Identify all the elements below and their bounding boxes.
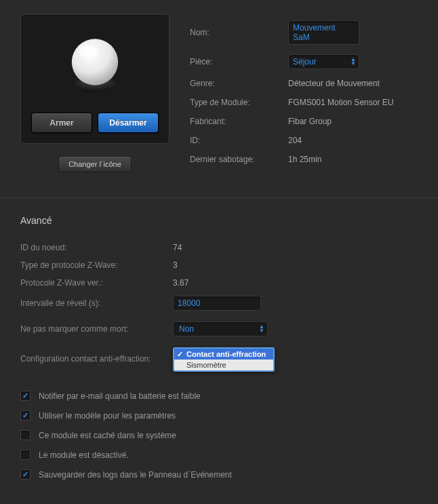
node-id-label: ID du noeud: — [20, 243, 173, 252]
checkbox-logs-label: Sauvegarder des logs dans le Panneau d´E… — [39, 470, 232, 480]
tamper-label: Dernier sabotage: — [190, 155, 288, 164]
checkbox-hidden-label: Ce module est caché dans le système — [39, 431, 176, 440]
module-type-value: FGMS001 Motion Sensor EU — [288, 98, 393, 107]
wake-interval-input[interactable]: 18000 — [173, 296, 261, 311]
module-type-label: Type de Module: — [190, 98, 288, 107]
genre-value: Détecteur de Mouvement — [288, 79, 380, 88]
dropdown-option-selected[interactable]: Contact anti-effraction — [174, 349, 273, 360]
checkbox-email-label: Notifier par e-mail quand la batterie es… — [39, 391, 201, 401]
tamper-config-label: Configuration contact anti-effraction: — [20, 354, 173, 364]
divider — [0, 197, 438, 198]
mark-dead-label: Ne pas marquer comme mort: — [20, 324, 173, 334]
checkbox-template[interactable] — [20, 410, 31, 421]
checkbox-template-label: Utiliser le modèle pour les paramètres — [39, 411, 176, 421]
mark-dead-select[interactable]: Non ▲▼ — [173, 322, 268, 336]
change-icon-button[interactable]: Changer l´icône — [58, 156, 132, 172]
id-value: 204 — [288, 136, 302, 145]
manufacturer-label: Fabricant: — [190, 117, 288, 126]
checkbox-disabled[interactable] — [20, 450, 31, 460]
motion-sensor-icon — [64, 35, 125, 96]
tamper-value: 1h 25min — [288, 155, 321, 164]
node-id-value: 74 — [173, 243, 182, 252]
protocol-type-value: 3 — [173, 260, 178, 270]
checkbox-disabled-label: Le module est désactivé. — [39, 450, 129, 460]
wake-interval-label: Intervalle de réveil (s): — [20, 298, 173, 308]
room-select[interactable]: Séjour ▲▼ — [288, 54, 359, 69]
svg-point-2 — [80, 45, 98, 58]
tamper-config-dropdown[interactable]: Contact anti-effraction Sismomètre — [173, 347, 275, 372]
genre-label: Genre: — [190, 79, 288, 88]
room-label: Pièce: — [190, 57, 288, 66]
advanced-title: Avancé — [20, 215, 418, 226]
checkbox-email-notify[interactable] — [20, 391, 31, 401]
protocol-type-label: Type de protocole Z-Wave: — [20, 260, 173, 270]
protocol-ver-value: 3.67 — [173, 278, 188, 288]
dropdown-option[interactable]: Sismomètre — [174, 360, 273, 370]
svg-point-1 — [72, 39, 118, 85]
checkbox-logs[interactable] — [20, 469, 31, 480]
protocol-ver-label: Protocole Z-Wave ver.: — [20, 278, 173, 288]
disarm-button[interactable]: Désarmer — [98, 113, 159, 133]
name-input[interactable]: Mouvement SaM — [288, 20, 359, 45]
checkbox-hidden[interactable] — [20, 430, 31, 440]
chevron-updown-icon: ▲▼ — [259, 325, 264, 333]
device-card: Armer Désarmer — [20, 14, 170, 144]
arm-button[interactable]: Armer — [31, 113, 92, 133]
id-label: ID: — [190, 136, 288, 145]
name-label: Nom: — [190, 28, 288, 37]
chevron-updown-icon: ▲▼ — [351, 58, 356, 66]
manufacturer-value: Fibar Group — [288, 117, 332, 126]
